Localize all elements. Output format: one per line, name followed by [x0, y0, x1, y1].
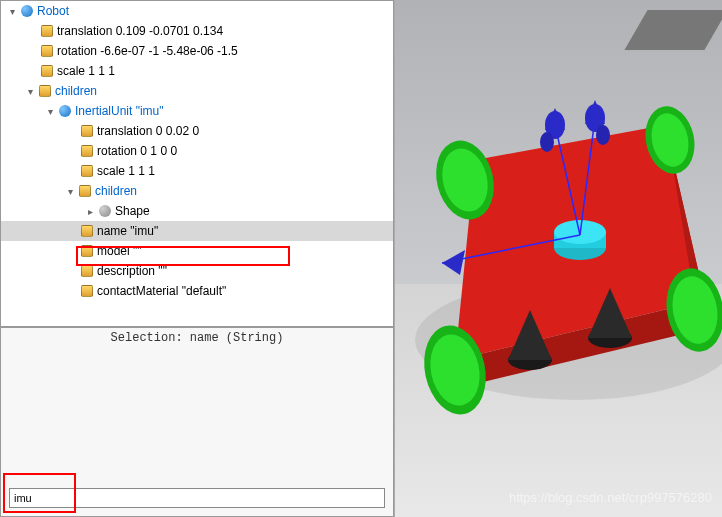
box-icon	[81, 265, 93, 277]
chevron-down-icon[interactable]: ▾	[43, 104, 57, 118]
chevron-down-icon[interactable]: ▾	[5, 4, 19, 18]
svg-point-28	[596, 125, 610, 145]
tree-node-scale[interactable]: ▾ scale 1 1 1	[1, 61, 393, 81]
tree-label: contactMaterial "default"	[97, 284, 226, 298]
scene-tree[interactable]: ▾ Robot ▾ translation 0.109 -0.0701 0.13…	[0, 0, 394, 327]
box-icon	[41, 65, 53, 77]
tree-node-imu-translation[interactable]: ▾ translation 0 0.02 0	[1, 121, 393, 141]
box-icon	[79, 185, 91, 197]
tree-node-imu-rotation[interactable]: ▾ rotation 0 1 0 0	[1, 141, 393, 161]
box-icon	[81, 165, 93, 177]
tree-label: translation 0.109 -0.0701 0.134	[57, 24, 223, 38]
tree-label: children	[55, 84, 97, 98]
tree-node-description[interactable]: ▾ description ""	[1, 261, 393, 281]
box-icon	[81, 285, 93, 297]
watermark: https://blog.csdn.net/crp997576280	[509, 490, 712, 505]
tree-label: translation 0 0.02 0	[97, 124, 199, 138]
tree-label: description ""	[97, 264, 167, 278]
tree-node-imu-scale[interactable]: ▾ scale 1 1 1	[1, 161, 393, 181]
tree-node-imu-children[interactable]: ▾ children	[1, 181, 393, 201]
tree-node-inertial-unit[interactable]: ▾ InertialUnit "imu"	[1, 101, 393, 121]
tree-node-contact-material[interactable]: ▾ contactMaterial "default"	[1, 281, 393, 301]
box-icon	[81, 125, 93, 137]
tree-node-translation[interactable]: ▾ translation 0.109 -0.0701 0.134	[1, 21, 393, 41]
tree-label: scale 1 1 1	[57, 64, 115, 78]
sphere-icon	[59, 105, 71, 117]
tree-label: children	[95, 184, 137, 198]
tree-label: InertialUnit "imu"	[75, 104, 164, 118]
tree-node-name[interactable]: ▾ name "imu"	[1, 221, 393, 241]
sphere-icon	[21, 5, 33, 17]
svg-point-27	[540, 132, 554, 152]
chevron-right-icon[interactable]: ▸	[83, 204, 97, 218]
tree-label: rotation 0 1 0 0	[97, 144, 177, 158]
property-panel: Selection: name (String)	[0, 327, 394, 517]
tree-label: model ""	[97, 244, 142, 258]
chevron-down-icon[interactable]: ▾	[23, 84, 37, 98]
box-icon	[81, 245, 93, 257]
tree-label: rotation -6.6e-07 -1 -5.48e-06 -1.5	[57, 44, 238, 58]
box-icon	[81, 225, 93, 237]
3d-viewport[interactable]: https://blog.csdn.net/crp997576280	[395, 0, 722, 517]
name-input[interactable]	[9, 488, 385, 508]
selection-label: Selection: name (String)	[1, 328, 393, 348]
tree-label: scale 1 1 1	[97, 164, 155, 178]
tree-node-robot[interactable]: ▾ Robot	[1, 1, 393, 21]
tree-node-model[interactable]: ▾ model ""	[1, 241, 393, 261]
box-icon	[81, 145, 93, 157]
box-icon	[41, 25, 53, 37]
tree-label: Shape	[115, 204, 150, 218]
box-icon	[39, 85, 51, 97]
tree-label: name "imu"	[97, 224, 158, 238]
tree-node-children[interactable]: ▾ children	[1, 81, 393, 101]
sphere-icon	[99, 205, 111, 217]
tree-node-shape[interactable]: ▸ Shape	[1, 201, 393, 221]
chevron-down-icon[interactable]: ▾	[63, 184, 77, 198]
svg-marker-22	[442, 250, 465, 275]
robot-render	[395, 0, 722, 517]
box-icon	[41, 45, 53, 57]
tree-label: Robot	[37, 4, 69, 18]
tree-node-rotation[interactable]: ▾ rotation -6.6e-07 -1 -5.48e-06 -1.5	[1, 41, 393, 61]
